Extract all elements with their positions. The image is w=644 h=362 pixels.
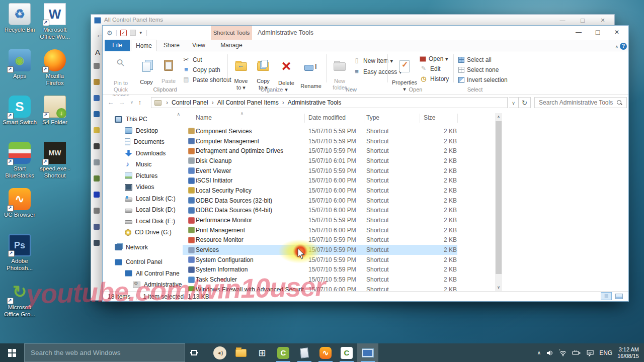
taskbar-search-input[interactable]: Search the web and Windows [24, 343, 185, 362]
file-row[interactable]: Component Services 15/07/10 5:59 PM Shor… [183, 126, 495, 136]
desktop-icon[interactable]: S Smart Switch [3, 95, 37, 141]
rename-button[interactable]: Rename [298, 53, 324, 89]
address-dropdown-icon[interactable] [509, 97, 519, 108]
nav-item[interactable]: CD Drive (G:) [103, 227, 182, 238]
vertical-scrollbar[interactable] [495, 113, 502, 291]
properties-quick-icon[interactable] [120, 30, 127, 36]
nav-item[interactable]: Control Panel [103, 256, 182, 268]
clock[interactable]: 3:12 AM 16/08/15 [617, 346, 639, 359]
nav-item[interactable]: Local Disk (D:) [103, 204, 182, 216]
tab-file[interactable]: File [105, 40, 130, 51]
invert-selection-button[interactable]: Invert selection [458, 75, 508, 84]
nav-item[interactable]: Network [103, 242, 182, 253]
action-center-icon[interactable] [586, 349, 594, 357]
wifi-icon[interactable]: * [559, 349, 567, 357]
select-none-button[interactable]: Select none [458, 65, 499, 74]
pin-to-quick-access-button[interactable]: Pin to Quick access [107, 53, 135, 99]
taskbar-app-button[interactable] [357, 343, 378, 362]
file-row[interactable]: Computer Management 15/07/10 5:59 PM Sho… [183, 136, 495, 146]
history-button[interactable]: History [420, 74, 449, 83]
file-row[interactable]: Event Viewer 15/07/10 5:59 PM Shortcut 2… [183, 166, 495, 176]
file-row[interactable]: System Information 15/07/10 5:59 PM Shor… [183, 265, 495, 275]
file-row[interactable]: Disk Cleanup 15/07/10 6:01 PM Shortcut 2… [183, 156, 495, 166]
nav-item[interactable]: Videos [103, 182, 182, 193]
column-header-size[interactable]: Size [424, 114, 435, 121]
column-header-date[interactable]: Date modified [308, 114, 346, 121]
open-button[interactable]: Open ▾ [420, 54, 448, 63]
tab-home[interactable]: Home [131, 40, 157, 51]
customize-folder-icon[interactable] [107, 29, 113, 37]
customize-qat-dropdown-icon[interactable] [139, 31, 143, 35]
nav-item[interactable]: Pictures [103, 170, 182, 182]
taskbar-app-button[interactable]: ⊞ [252, 343, 273, 362]
large-icons-view-button[interactable] [613, 292, 624, 300]
nav-item[interactable]: All Control Pane [103, 268, 182, 280]
breadcrumb-item[interactable]: All Control Panel Items [208, 99, 279, 106]
nav-scroll-up-icon[interactable] [177, 112, 180, 117]
paste-shortcut-button[interactable]: Paste shortcut [182, 75, 231, 84]
taskbar-app-button[interactable]: ◄) [209, 343, 230, 362]
tab-manage[interactable]: Manage [211, 40, 252, 51]
nav-item[interactable]: Local Disk (E:) [103, 216, 182, 227]
breadcrumb-item[interactable]: Control Panel [163, 99, 208, 106]
up-button[interactable] [135, 97, 145, 108]
breadcrumb-item[interactable]: Administrative Tools [279, 99, 342, 106]
new-folder-quick-icon[interactable] [130, 30, 136, 36]
desktop-icon[interactable]: ◉ Apps [3, 48, 37, 95]
cut-button[interactable]: Cut [182, 55, 202, 64]
taskbar-app-button[interactable] [230, 343, 252, 362]
refresh-icon[interactable] [519, 97, 531, 108]
desktop-icon[interactable]: Ps Adobe Photosh... [3, 233, 37, 280]
nav-item[interactable]: Local Disk (C:) [103, 193, 182, 205]
select-all-button[interactable]: Select all [458, 55, 492, 64]
desktop-icon[interactable]: W Microsoft Office Wo... [38, 2, 72, 48]
task-view-button[interactable] [185, 343, 203, 362]
maximize-button[interactable] [575, 17, 590, 25]
scroll-down-icon[interactable] [495, 284, 502, 291]
desktop-icon[interactable]: Mozilla Firefox [38, 48, 72, 95]
nav-item[interactable]: Desktop [103, 125, 182, 137]
battery-icon[interactable] [572, 349, 581, 357]
file-row[interactable]: Defragment and Optimize Drives 15/07/10 … [183, 146, 495, 156]
file-row[interactable]: ODBC Data Sources (32-bit) 15/07/10 6:00… [183, 196, 495, 206]
minimize-button[interactable] [555, 17, 570, 25]
file-row[interactable]: iSCSI Initiator 15/07/10 6:00 PM Shortcu… [183, 175, 495, 186]
taskbar-app-button[interactable]: C [273, 343, 294, 362]
column-header-name[interactable]: Name [196, 114, 212, 121]
help-icon[interactable] [620, 43, 627, 50]
scroll-up-icon[interactable] [495, 113, 502, 121]
collapse-ribbon-icon[interactable] [615, 44, 618, 49]
edit-button[interactable]: Edit [420, 64, 441, 73]
tab-share[interactable]: Share [158, 40, 185, 51]
close-button[interactable] [595, 17, 610, 25]
nav-item[interactable]: Documents [103, 136, 182, 148]
nav-item[interactable]: Administrative ∨ [103, 279, 182, 291]
desktop-icon[interactable]: Start BlueStacks [3, 141, 37, 187]
back-button[interactable] [106, 97, 116, 108]
desktop-icon[interactable]: ∿ UC Browser [3, 187, 37, 233]
details-view-button[interactable] [601, 292, 612, 300]
paste-button[interactable]: Paste [158, 53, 179, 84]
column-header-type[interactable]: Type [366, 114, 379, 121]
nav-item[interactable]: This PC [103, 114, 182, 125]
move-to-button[interactable]: Move to ▾ [231, 53, 251, 90]
file-row[interactable]: Task Scheduler 15/07/10 5:59 PM Shortcut… [183, 275, 495, 285]
desktop-icon[interactable]: ♻ Recycle Bin [3, 2, 37, 48]
scrollbar-thumb[interactable] [496, 121, 502, 274]
desktop-icon[interactable]: MW speed.exe - Shortcut [38, 141, 72, 187]
desktop-icon[interactable]: ↻ Microsoft Office Gro... [3, 280, 37, 326]
tab-view[interactable]: View [186, 40, 211, 51]
file-row[interactable]: Print Management 15/07/10 6:00 PM Shortc… [183, 225, 495, 235]
quick-access-toolbar[interactable]: | | [107, 26, 147, 40]
volume-icon[interactable] [546, 349, 554, 357]
taskbar-app-button[interactable]: C [336, 343, 357, 362]
taskbar-app-button[interactable] [294, 343, 315, 362]
desktop-icon[interactable]: ↓ S4 Folder [38, 95, 72, 141]
copy-button[interactable]: Copy [136, 53, 157, 85]
file-row[interactable]: System Configuration 15/07/10 5:59 PM Sh… [183, 255, 495, 265]
taskbar-app-button[interactable]: ∿ [315, 343, 336, 362]
copy-path-button[interactable]: Copy path [182, 65, 220, 74]
close-button[interactable] [608, 27, 625, 38]
language-indicator[interactable]: ENG [599, 349, 612, 356]
file-row[interactable]: ODBC Data Sources (64-bit) 15/07/10 6:00… [183, 206, 495, 216]
